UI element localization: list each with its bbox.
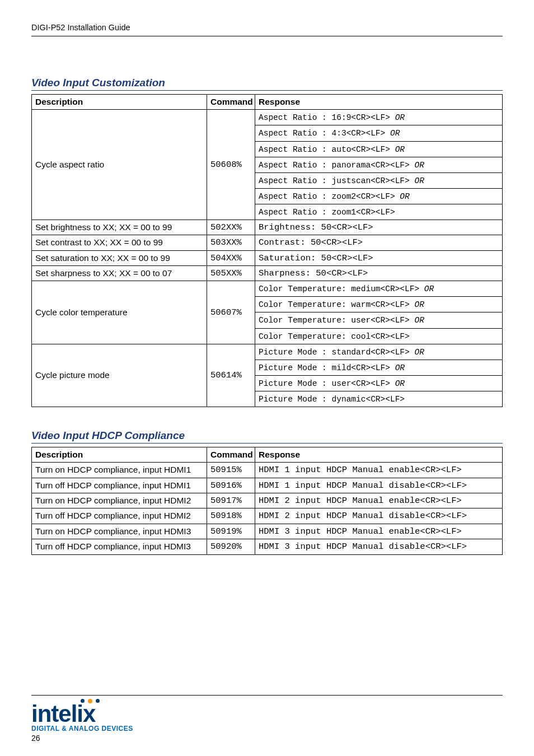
- table-row: Turn off HDCP compliance, input HDMI3 50…: [32, 539, 503, 554]
- col-description: Description: [32, 447, 207, 462]
- table-video-input-hdcp: Description Command Response Turn on HDC…: [31, 447, 503, 555]
- cell-description: Cycle color temperature: [32, 281, 207, 344]
- cell-command: 50607%: [207, 281, 255, 344]
- cell-response: Picture Mode : user<CR><LF> OR: [255, 375, 503, 391]
- cell-response: Aspect Ratio : auto<CR><LF> OR: [255, 141, 503, 157]
- cell-response: Aspect Ratio : justscan<CR><LF> OR: [255, 172, 503, 188]
- table-video-input-customization: Description Command Response Cycle aspec…: [31, 94, 503, 407]
- table-row: Cycle picture mode 50614% Picture Mode :…: [32, 344, 503, 360]
- table-row: Set brightness to XX; XX = 00 to 99 502X…: [32, 220, 503, 235]
- col-command: Command: [207, 447, 255, 462]
- cell-description: Set contrast to XX; XX = 00 to 99: [32, 235, 207, 250]
- cell-response: HDMI 3 input HDCP Manual enable<CR><LF>: [255, 524, 503, 539]
- header-text: DIGI-P52 Installation Guide: [31, 23, 130, 32]
- cell-description: Turn on HDCP compliance, input HDMI3: [32, 524, 207, 539]
- page-footer: intelix DIGITAL & ANALOG DEVICES 26: [31, 695, 503, 743]
- cell-response: HDMI 1 input HDCP Manual disable<CR><LF>: [255, 478, 503, 493]
- table-header-row: Description Command Response: [32, 95, 503, 110]
- cell-response: Aspect Ratio : 16:9<CR><LF> OR: [255, 110, 503, 125]
- cell-command: 505XX%: [207, 265, 255, 281]
- section-title-video-input-customization: Video Input Customization: [31, 77, 503, 91]
- cell-description: Turn off HDCP compliance, input HDMI2: [32, 508, 207, 524]
- table-row: Cycle color temperature 50607% Color Tem…: [32, 281, 503, 297]
- cell-response: HDMI 1 input HDCP Manual enable<CR><LF>: [255, 463, 503, 478]
- cell-description: Turn off HDCP compliance, input HDMI3: [32, 539, 207, 554]
- col-command: Command: [207, 95, 255, 110]
- cell-command: 50917%: [207, 493, 255, 508]
- logo-word: intelix: [31, 702, 95, 726]
- cell-response: Aspect Ratio : panorama<CR><LF> OR: [255, 157, 503, 172]
- cell-description: Turn off HDCP compliance, input HDMI1: [32, 478, 207, 493]
- table-row: Turn on HDCP compliance, input HDMI2 509…: [32, 493, 503, 508]
- cell-response: Picture Mode : dynamic<CR><LF>: [255, 391, 503, 407]
- table-row: Turn off HDCP compliance, input HDMI1 50…: [32, 478, 503, 493]
- cell-description: Set sharpness to XX; XX = 00 to 07: [32, 265, 207, 281]
- page-header: DIGI-P52 Installation Guide: [31, 22, 503, 36]
- cell-response: Color Temperature: medium<CR><LF> OR: [255, 281, 503, 297]
- cell-response: Picture Mode : mild<CR><LF> OR: [255, 360, 503, 375]
- cell-command: 50918%: [207, 508, 255, 524]
- intelix-logo: intelix DIGITAL & ANALOG DEVICES 26: [31, 701, 503, 743]
- col-description: Description: [32, 95, 207, 110]
- logo-dots-icon: [81, 699, 100, 703]
- cell-command: 50915%: [207, 463, 255, 478]
- cell-command: 50608%: [207, 110, 255, 220]
- cell-response: HDMI 2 input HDCP Manual enable<CR><LF>: [255, 493, 503, 508]
- cell-description: Turn on HDCP compliance, input HDMI1: [32, 463, 207, 478]
- col-response: Response: [255, 95, 503, 110]
- cell-description: Cycle picture mode: [32, 344, 207, 407]
- cell-description: Set brightness to XX; XX = 00 to 99: [32, 220, 207, 235]
- cell-response: Brightness: 50<CR><LF>: [255, 220, 503, 235]
- cell-command: 50916%: [207, 478, 255, 493]
- cell-response: Sharpness: 50<CR><LF>: [255, 265, 503, 281]
- table-row: Set sharpness to XX; XX = 00 to 07 505XX…: [32, 265, 503, 281]
- cell-response: Aspect Ratio : zoom1<CR><LF>: [255, 204, 503, 220]
- cell-command: 503XX%: [207, 235, 255, 250]
- cell-command: 50920%: [207, 539, 255, 554]
- cell-description: Set saturation to XX; XX = 00 to 99: [32, 250, 207, 265]
- cell-response: HDMI 2 input HDCP Manual disable<CR><LF>: [255, 508, 503, 524]
- cell-command: 50919%: [207, 524, 255, 539]
- cell-response: Aspect Ratio : 4:3<CR><LF> OR: [255, 125, 503, 141]
- cell-response: Color Temperature: user<CR><LF> OR: [255, 312, 503, 328]
- table-row: Cycle aspect ratio 50608% Aspect Ratio :…: [32, 110, 503, 125]
- cell-response: HDMI 3 input HDCP Manual disable<CR><LF>: [255, 539, 503, 554]
- table-row: Set saturation to XX; XX = 00 to 99 504X…: [32, 250, 503, 265]
- cell-response: Color Temperature: cool<CR><LF>: [255, 328, 503, 344]
- cell-command: 504XX%: [207, 250, 255, 265]
- table-row: Set contrast to XX; XX = 00 to 99 503XX%…: [32, 235, 503, 250]
- col-response: Response: [255, 447, 503, 462]
- cell-description: Turn on HDCP compliance, input HDMI2: [32, 493, 207, 508]
- table-row: Turn on HDCP compliance, input HDMI1 509…: [32, 463, 503, 478]
- cell-response: Contrast: 50<CR><LF>: [255, 235, 503, 250]
- cell-command: 50614%: [207, 344, 255, 407]
- table-row: Turn off HDCP compliance, input HDMI2 50…: [32, 508, 503, 524]
- cell-response: Aspect Ratio : zoom2<CR><LF> OR: [255, 188, 503, 204]
- cell-description: Cycle aspect ratio: [32, 110, 207, 220]
- page-number: 26: [31, 734, 40, 743]
- section-title-video-input-hdcp: Video Input HDCP Compliance: [31, 430, 503, 444]
- cell-response: Color Temperature: warm<CR><LF> OR: [255, 297, 503, 312]
- cell-response: Saturation: 50<CR><LF>: [255, 250, 503, 265]
- cell-response: Picture Mode : standard<CR><LF> OR: [255, 344, 503, 360]
- cell-command: 502XX%: [207, 220, 255, 235]
- table-row: Turn on HDCP compliance, input HDMI3 509…: [32, 524, 503, 539]
- table-header-row: Description Command Response: [32, 447, 503, 462]
